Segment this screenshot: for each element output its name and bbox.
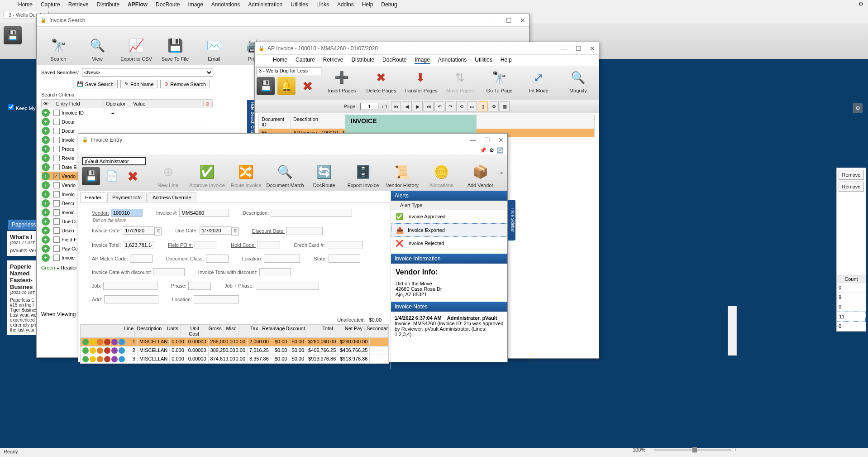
description-input[interactable]	[271, 209, 352, 217]
criteria-row[interactable]: +Invoice ID=	[41, 108, 213, 117]
ap-menu-utilities[interactable]: Utilities	[475, 57, 492, 64]
inv-total-disc-input[interactable]	[259, 268, 291, 276]
close-icon[interactable]: ✕	[520, 17, 525, 24]
undo-icon[interactable]: ⟲	[456, 101, 466, 111]
menu-annotations[interactable]: Annotations	[211, 1, 240, 8]
scrollbar[interactable]	[728, 306, 737, 356]
menu-distribute[interactable]: Distribute	[96, 1, 119, 8]
menu-links[interactable]: Links	[316, 1, 329, 8]
route-invoice-button[interactable]: 🔀Route Invoice	[227, 155, 265, 190]
refresh-icon[interactable]: 🔄	[497, 147, 504, 154]
minimize-icon[interactable]: —	[470, 136, 476, 144]
page-input[interactable]	[360, 103, 378, 110]
zoom-in-icon[interactable]: +	[734, 447, 737, 452]
ap-menu-home[interactable]: Home	[273, 57, 287, 64]
criteria-checkbox[interactable]	[53, 255, 60, 261]
menu-capture[interactable]: Capture	[41, 1, 60, 8]
goto-page-button[interactable]: 🔭Go To Page	[481, 67, 518, 95]
menu-image[interactable]: Image	[188, 1, 203, 8]
line-row[interactable]: 1MISCELLAN0.0000.00000268,000.000.002,06…	[80, 338, 389, 346]
criteria-checkbox[interactable]	[53, 137, 60, 143]
criteria-checkbox[interactable]	[53, 191, 60, 197]
allocations-button[interactable]: 🪙Allocations	[422, 155, 460, 190]
add-icon[interactable]: +	[42, 226, 50, 235]
criteria-checkbox[interactable]	[53, 200, 60, 207]
ap-menu-docroute[interactable]: DocRoute	[382, 57, 406, 64]
job-phase-input[interactable]	[256, 282, 319, 290]
criteria-checkbox[interactable]: ✓	[53, 173, 60, 179]
invoice-total-input[interactable]	[123, 241, 154, 249]
gear-icon[interactable]: ⚙	[853, 103, 863, 113]
delete-pages-button[interactable]: ✖Delete Pages	[362, 67, 400, 95]
saved-searches-select[interactable]: <New>	[82, 68, 213, 77]
ap-menu-help[interactable]: Help	[501, 57, 512, 64]
overflow-icon[interactable]: ▸	[501, 155, 506, 190]
doc-class-input[interactable]	[206, 255, 229, 263]
next-page-icon[interactable]: ▶	[413, 101, 423, 111]
remove-button[interactable]: Remove	[839, 182, 864, 192]
menu-help[interactable]: Help	[362, 1, 373, 8]
move-pages-button[interactable]: ⇅Move Pages	[441, 67, 479, 95]
company-select[interactable]: 3 - Wells Dug for Less	[257, 67, 321, 75]
window-titlebar[interactable]: 🔒 AP Invoice - 100010 - MMS4260 - 01/07/…	[255, 42, 599, 55]
first-page-icon[interactable]: ⏮	[391, 101, 401, 111]
criteria-checkbox[interactable]	[53, 218, 60, 225]
save-to-file-button[interactable]: 💾Save To File	[157, 29, 193, 63]
menu-administration[interactable]: Administration	[248, 1, 282, 8]
vendor-history-button[interactable]: 📜Vendor History	[383, 155, 421, 190]
rotate-left-icon[interactable]: ↶	[434, 101, 444, 111]
fit-icon[interactable]: ▭	[467, 101, 477, 111]
menu-utilities[interactable]: Utilities	[291, 1, 308, 8]
invoice-date-input[interactable]	[123, 226, 154, 235]
maximize-icon[interactable]: ☐	[506, 17, 512, 24]
menu-apflow[interactable]: APFlow	[128, 1, 148, 8]
pin-icon[interactable]: 📌	[480, 147, 486, 154]
criteria-checkbox[interactable]	[53, 182, 60, 188]
criteria-checkbox[interactable]	[53, 110, 60, 116]
phase-input[interactable]	[188, 282, 211, 290]
save-search-button[interactable]: 💾Save Search	[73, 80, 118, 88]
invoice-no-input[interactable]	[179, 209, 229, 217]
add-icon[interactable]: +	[42, 181, 50, 189]
vendor-input[interactable]	[111, 209, 143, 217]
email-button[interactable]: ✉️Email	[196, 29, 232, 63]
criteria-checkbox[interactable]	[53, 236, 60, 243]
discount-date-input[interactable]	[286, 227, 323, 235]
tab-header[interactable]: Header	[80, 192, 106, 202]
alert-row[interactable]: ❌Invoice Rejected	[391, 237, 507, 250]
job-input[interactable]	[103, 282, 157, 290]
add-icon[interactable]: +	[42, 236, 50, 244]
save-icon[interactable]: 💾	[82, 167, 100, 185]
fit-width-icon[interactable]: ▯	[478, 101, 488, 111]
add-icon[interactable]: +	[42, 190, 50, 198]
criteria-checkbox[interactable]	[53, 119, 60, 125]
window-titlebar[interactable]: 🔒 Invoice Search — ☐ ✕	[37, 14, 529, 27]
alert-row[interactable]: ✅Invoice Approved	[391, 210, 507, 223]
ap-menu-distribute[interactable]: Distribute	[351, 57, 374, 64]
add-icon[interactable]: +	[42, 245, 50, 253]
user-field[interactable]	[82, 157, 146, 165]
edit-name-button[interactable]: ✎Edit Name	[120, 80, 157, 88]
last-page-icon[interactable]: ⏭	[424, 101, 434, 111]
add-icon[interactable]: +	[42, 136, 50, 144]
state-input[interactable]	[329, 255, 360, 263]
view-button[interactable]: 🔍View	[79, 29, 115, 63]
ap-menu-annotations[interactable]: Annotations	[438, 57, 467, 64]
criteria-checkbox[interactable]	[53, 146, 60, 152]
window-titlebar[interactable]: 🔒 Invoice Entry — ☐ ✕	[78, 134, 507, 146]
line-row[interactable]: 3MISCELLAN0.0000.00000874,619.000.003,35…	[80, 355, 389, 364]
magnify-button[interactable]: 🔍Magnify	[559, 67, 597, 95]
rotate-right-icon[interactable]: ↷	[445, 101, 455, 111]
add-icon[interactable]: +	[42, 118, 50, 126]
close-icon[interactable]: ✕	[498, 136, 504, 144]
bell-icon[interactable]: 🔔	[277, 77, 296, 95]
due-date-input[interactable]	[200, 226, 231, 235]
gear-icon[interactable]: ⚙	[858, 1, 863, 7]
add-icon[interactable]: +	[42, 208, 50, 216]
ap-menu-retrieve[interactable]: Retrieve	[323, 57, 343, 64]
menu-addins[interactable]: Addins	[337, 1, 354, 8]
criteria-checkbox[interactable]	[53, 209, 60, 216]
zoom-bar[interactable]: 100% − +	[633, 445, 737, 454]
line-row[interactable]: 2MISCELLAN0.0000.00000389,250.000.007,51…	[80, 346, 389, 355]
ap-match-input[interactable]	[130, 255, 153, 263]
